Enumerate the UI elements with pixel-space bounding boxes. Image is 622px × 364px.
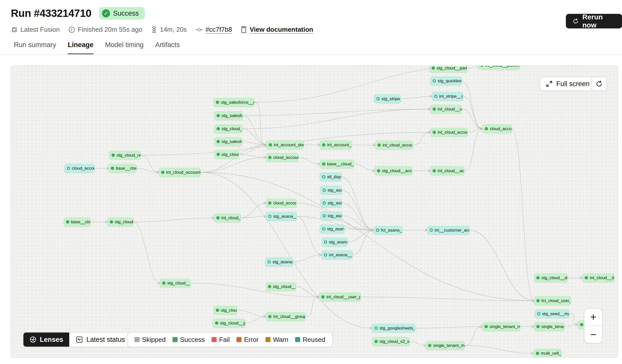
success-node-icon [268,285,271,288]
graph-node[interactable]: stg_cloud__… [214,150,239,159]
graph-node[interactable]: single_tenant_map… [426,341,465,350]
zoom-out-button[interactable]: − [584,325,602,343]
graph-node-label: int_cloud__group_per… [273,314,305,319]
tab-artifacts[interactable]: Artifacts [155,41,180,54]
graph-node[interactable]: single_tenant_… [534,322,564,331]
status-icon [76,336,83,343]
graph-node[interactable]: int_stripe__custo… [432,92,463,101]
graph-node[interactable]: cloud_account… [482,124,512,133]
graph-node[interactable]: stg_cloud__devel… [534,273,568,282]
success-node-icon [433,169,436,172]
graph-node[interactable]: fct_cloud_user_acc… [534,296,571,305]
graph-node-label: stg_salesforce_… [222,113,243,118]
graph-node-label: stg_cloud_s3_singl… [379,339,410,344]
graph-node[interactable]: stg_cloud__accounts… [375,166,412,175]
graph-node-label: int_account_domain… [274,142,304,148]
graph-node[interactable]: stg_salesforce__cloud_… [214,98,254,107]
graph-node[interactable]: stg_asana__pr… [322,238,348,246]
graph-node[interactable]: stg_cloud_s3_singl… [372,337,410,346]
graph-node[interactable]: stg_asana__… [320,225,344,233]
graph-node[interactable]: int_asana__task_s… [322,250,352,259]
success-node-icon [112,154,115,157]
graph-node[interactable]: cloud_account… [64,164,94,173]
graph-edge [410,342,426,346]
graph-node-label: stg_cloud__accounts… [382,168,412,173]
graph-node-label: int_stripe__custo… [439,94,463,99]
zoom-control: + − [584,308,603,343]
graph-node[interactable]: stg_seed__multireg… [535,309,569,318]
graph-edge [239,145,266,155]
graph-node[interactable]: base__clou… [64,217,90,226]
rerun-now-button[interactable]: Rerun now [566,14,622,28]
graph-node[interactable]: cloud_accounts_… [266,153,299,162]
tab-model-timing[interactable]: Model timing [105,41,144,54]
graph-node[interactable]: stg_cloud__email… [160,279,190,287]
graph-node[interactable]: stg_asana__… [265,258,293,266]
graph-node[interactable]: all_days [320,172,341,181]
graph-node[interactable]: int_cloud__accoun… [430,166,464,175]
graph-edge [342,190,374,230]
graph-node[interactable]: stg_cloud_… [108,217,133,226]
graph-node[interactable]: int_account_dom… [320,140,352,149]
graph-node[interactable]: stg_asana… [320,211,342,220]
graph-node[interactable]: int_cloud__user_group… [319,293,361,301]
graph-node-label: cloud_account… [72,166,94,171]
graph-node[interactable]: stg_googlesheets__sin… [372,324,415,333]
graph-node[interactable]: stg_asana_… [320,199,342,207]
graph-node[interactable]: base__cloud_… [109,164,136,173]
graph-node[interactable]: stg_cloud__group… [213,319,245,327]
graph-node-label: stg_asana… [328,213,342,219]
success-node-icon [536,325,540,328]
lenses-group: Lenses Latest status [23,332,141,347]
graph-edge [190,283,319,297]
graph-node[interactable]: cloud_account… [266,199,297,207]
graph-node[interactable]: int_cloud_account_ma… [430,128,468,137]
graph-node[interactable]: stg_cloud__partner_c… [429,65,467,72]
refresh-button[interactable] [591,77,607,91]
graph-node[interactable]: int_cloud__partner_con… [478,65,520,70]
graph-node[interactable]: int_cloud__group_per… [266,312,305,321]
graph-node[interactable]: stg_asana__tas… [266,212,297,221]
graph-node[interactable]: int_cloud_account__m… [159,168,200,177]
graph-node[interactable]: stg_stripe__c… [374,94,401,103]
graph-node[interactable]: stg_cloud__us… [266,282,296,291]
success-node-icon [216,101,219,104]
graph-node[interactable]: int_account_domain… [266,140,304,149]
lenses-button[interactable]: Lenses [23,333,69,347]
graph-node-label: int_cloud__user_group… [326,295,361,300]
fusion-meta: Latest Fusion [11,26,60,33]
graph-node[interactable]: int_cloud__devel… [582,273,614,282]
graph-node[interactable]: stg_cloud_region… [109,151,141,160]
tab-run-summary[interactable]: Run summary [14,41,56,54]
graph-node[interactable]: int_cloud__user_ac… [430,105,462,114]
graph-node[interactable]: stg_cloud_… [214,306,237,315]
graph-node-label: int_account_dom… [327,142,352,148]
graph-node[interactable]: int_cloud__us… [214,213,241,222]
success-node-icon [485,127,488,130]
graph-node[interactable]: int__customer_account… [427,226,469,235]
graph-node[interactable]: stg_asana… [320,186,342,195]
graph-node[interactable]: int_cloud_account_ma… [375,141,413,150]
view-documentation-link[interactable]: View documentation [250,26,313,33]
success-node-icon [216,309,219,312]
legend-item-fail: Fail [212,336,230,344]
run-header: Run #433214710 ✓ Success Latest Fusion F… [0,0,622,54]
tab-lineage[interactable]: Lineage [68,41,93,54]
graph-node[interactable]: stg_cloud__us… [214,124,242,133]
graph-node[interactable]: multi_cell_m… [534,349,562,358]
status-legend: SkippedSuccessFailErrorWarnReused [127,332,333,347]
fullscreen-button[interactable]: Full screen [540,77,596,91]
graph-node[interactable]: stg_salesforce_… [214,111,243,120]
success-node-icon [268,156,271,159]
graph-node[interactable]: stg_salesforce… [214,137,242,146]
graph-node[interactable]: stg_quickbooks__a… [430,77,462,85]
reused-node-icon [268,215,271,218]
graph-node[interactable]: fct_asana_proj… [374,226,402,235]
lineage-canvas[interactable]: cloud_account…base__cloud_…stg_cloud_reg… [11,65,618,358]
commit-link[interactable]: #cc7f7b8 [205,26,232,33]
zoom-in-button[interactable]: + [584,309,602,325]
graph-node-label: single_tenant_mapp… [490,324,520,329]
graph-node[interactable]: single_tenant_mapp… [482,322,520,331]
graph-node-label: stg_salesforce… [222,139,242,144]
graph-node[interactable]: base__cloud_acco… [320,160,354,168]
